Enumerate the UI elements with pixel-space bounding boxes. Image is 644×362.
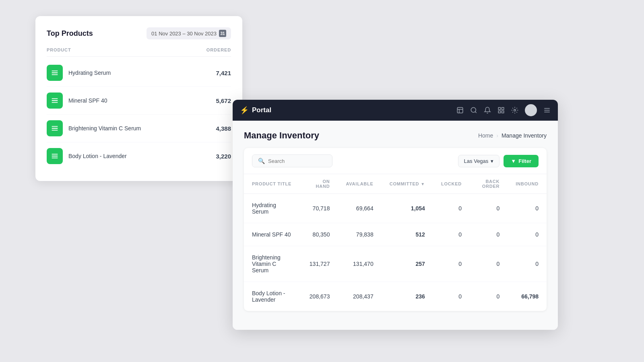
list-item: Mineral SPF 40 5,672 <box>47 87 231 115</box>
search-icon[interactable] <box>470 107 477 114</box>
row-available: 131,470 <box>338 246 381 282</box>
date-range-text: 01 Nov 2023 – 30 Nov 2023 <box>151 31 217 37</box>
calendar-icon: 31 <box>219 30 226 37</box>
row-on-hand: 131,727 <box>301 246 338 282</box>
row-available: 79,838 <box>338 223 381 246</box>
filter-label: Filter <box>518 158 531 164</box>
list-item: Hydrating Serum 7,421 <box>47 59 231 87</box>
page-title: Manage Inventory <box>244 130 319 141</box>
product-qty: 7,421 <box>216 70 231 76</box>
row-inbound: 66,798 <box>508 282 547 311</box>
svg-rect-0 <box>457 107 463 113</box>
product-icon <box>47 120 63 136</box>
grid-icon[interactable] <box>497 107 505 114</box>
row-locked: 0 <box>433 223 470 246</box>
svg-rect-3 <box>502 107 504 109</box>
product-name: Brightening Vitamin C Serum <box>68 125 141 132</box>
portal-content: Manage Inventory Home › Manage Inventory… <box>233 121 558 330</box>
row-locked: 0 <box>433 246 470 282</box>
search-input[interactable] <box>268 158 324 164</box>
row-back-order: 0 <box>470 194 508 223</box>
top-products-title: Top Products <box>47 29 93 38</box>
row-available: 69,664 <box>338 194 381 223</box>
sort-icon: ▼ <box>421 182 425 186</box>
inventory-table-card: 🔍 Las Vegas ▾ ▼ Filter <box>244 148 547 311</box>
product-qty: 5,672 <box>216 97 231 104</box>
date-range-button[interactable]: 01 Nov 2023 – 30 Nov 2023 31 <box>147 27 231 39</box>
inbox-icon[interactable] <box>456 107 464 114</box>
svg-rect-2 <box>498 107 500 109</box>
th-available: AVAILABLE <box>338 174 381 194</box>
th-back-order: BACK ORDER <box>470 174 508 194</box>
breadcrumb: Home › Manage Inventory <box>478 132 547 139</box>
th-committed[interactable]: COMMITTED ▼ <box>382 174 433 194</box>
filter-button[interactable]: ▼ Filter <box>504 155 539 167</box>
svg-point-6 <box>514 109 516 111</box>
location-select[interactable]: Las Vegas ▾ <box>458 155 500 167</box>
row-committed: 1,054 <box>382 194 433 223</box>
svg-point-1 <box>471 107 476 112</box>
row-on-hand: 80,350 <box>301 223 338 246</box>
product-qty: 3,220 <box>216 153 231 160</box>
breadcrumb-home[interactable]: Home <box>478 132 493 139</box>
th-locked: LOCKED <box>433 174 470 194</box>
search-box[interactable]: 🔍 <box>252 154 332 167</box>
row-back-order: 0 <box>470 246 508 282</box>
product-name: Hydrating Serum <box>68 70 111 76</box>
row-title: Brightening Vitamin C Serum <box>244 246 301 282</box>
product-icon <box>47 148 63 164</box>
table-row: Brightening Vitamin C Serum 131,727 131,… <box>244 246 547 282</box>
toolbar: 🔍 Las Vegas ▾ ▼ Filter <box>244 148 547 174</box>
row-committed: 512 <box>382 223 433 246</box>
table-row: Body Lotion - Lavender 208,673 208,437 2… <box>244 282 547 311</box>
filter-icon: ▼ <box>511 158 516 164</box>
row-locked: 0 <box>433 194 470 223</box>
row-back-order: 0 <box>470 223 508 246</box>
toolbar-right: Las Vegas ▾ ▼ Filter <box>458 155 539 167</box>
search-icon: 🔍 <box>258 158 265 164</box>
row-back-order: 0 <box>470 282 508 311</box>
portal-navbar: ⚡ Portal <box>233 100 558 121</box>
list-item: Brightening Vitamin C Serum 4,388 <box>47 115 231 142</box>
product-qty: 4,388 <box>216 125 231 132</box>
logo-icon: ⚡ <box>240 106 249 115</box>
breadcrumb-current: Manage Inventory <box>502 132 547 139</box>
row-inbound: 0 <box>508 223 547 246</box>
menu-icon[interactable] <box>543 107 551 114</box>
col-product-header: PRODUCT <box>47 47 71 52</box>
product-name: Mineral SPF 40 <box>68 97 107 104</box>
row-on-hand: 208,673 <box>301 282 338 311</box>
breadcrumb-separator: › <box>496 132 498 139</box>
chevron-down-icon: ▾ <box>491 158 493 164</box>
table-row: Mineral SPF 40 80,350 79,838 512 0 0 0 <box>244 223 547 246</box>
product-icon <box>47 93 63 109</box>
row-locked: 0 <box>433 282 470 311</box>
nav-icons <box>456 104 551 116</box>
row-title: Body Lotion - Lavender <box>244 282 301 311</box>
table-row: Hydrating Serum 70,718 69,664 1,054 0 0 … <box>244 194 547 223</box>
bell-icon[interactable] <box>484 107 491 114</box>
svg-rect-4 <box>498 111 500 113</box>
row-inbound: 0 <box>508 194 547 223</box>
row-committed: 236 <box>382 282 433 311</box>
inventory-table: PRODUCT TITLE ON HAND AVAILABLE COMMITTE… <box>244 174 547 311</box>
product-icon <box>47 65 63 81</box>
col-ordered-header: ORDERED <box>206 47 231 52</box>
settings-icon[interactable] <box>511 107 518 114</box>
portal-logo: ⚡ Portal <box>240 106 271 115</box>
row-title: Mineral SPF 40 <box>244 223 301 246</box>
list-item: Body Lotion - Lavender 3,220 <box>47 142 231 170</box>
row-on-hand: 70,718 <box>301 194 338 223</box>
th-product-title: PRODUCT TITLE <box>244 174 301 194</box>
row-committed: 257 <box>382 246 433 282</box>
th-inbound: INBOUND <box>508 174 547 194</box>
avatar[interactable] <box>525 104 537 116</box>
row-title: Hydrating Serum <box>244 194 301 223</box>
svg-rect-5 <box>502 111 504 113</box>
location-text: Las Vegas <box>464 158 489 164</box>
portal-logo-text: Portal <box>252 106 271 114</box>
product-name: Body Lotion - Lavender <box>68 153 127 159</box>
portal-window: ⚡ Portal Mana <box>233 100 558 330</box>
top-products-card: Top Products 01 Nov 2023 – 30 Nov 2023 3… <box>35 16 242 181</box>
row-inbound: 0 <box>508 246 547 282</box>
